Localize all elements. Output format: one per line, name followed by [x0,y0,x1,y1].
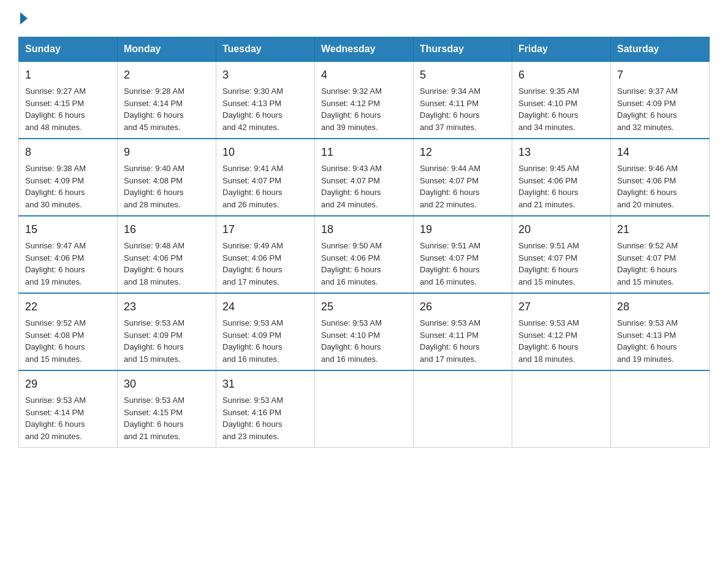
day-daylight: Daylight: 6 hours [518,110,578,120]
day-daylight-mins: and 18 minutes. [518,354,575,364]
day-sunset: Sunset: 4:11 PM [420,99,479,108]
table-row: 23 Sunrise: 9:53 AM Sunset: 4:09 PM Dayl… [118,293,216,370]
day-daylight: Daylight: 6 hours [222,188,282,197]
day-sunrise: Sunrise: 9:52 AM [25,318,86,327]
col-tuesday: Tuesday [216,37,315,62]
day-daylight: Daylight: 6 hours [617,342,677,351]
day-number: 11 [321,144,407,161]
day-daylight-mins: and 15 minutes. [518,277,575,286]
day-sunset: Sunset: 4:09 PM [124,331,183,340]
day-sunrise: Sunrise: 9:53 AM [124,318,184,327]
day-daylight: Daylight: 6 hours [617,110,677,120]
day-sunrise: Sunrise: 9:49 AM [222,241,283,250]
day-daylight: Daylight: 6 hours [518,342,578,351]
day-number: 24 [222,299,308,315]
day-sunset: Sunset: 4:07 PM [222,176,281,185]
day-sunrise: Sunrise: 9:48 AM [124,241,184,250]
col-friday: Friday [512,37,611,62]
day-number: 7 [617,67,703,83]
day-daylight-mins: and 15 minutes. [25,354,82,364]
day-number: 28 [617,299,703,315]
day-sunset: Sunset: 4:09 PM [25,176,84,185]
day-sunset: Sunset: 4:12 PM [321,99,380,108]
col-wednesday: Wednesday [315,37,414,62]
day-daylight-mins: and 48 minutes. [25,123,82,132]
day-sunrise: Sunrise: 9:50 AM [321,241,382,250]
day-sunrise: Sunrise: 9:53 AM [25,396,86,405]
table-row: 11 Sunrise: 9:43 AM Sunset: 4:07 PM Dayl… [315,139,414,216]
day-sunrise: Sunrise: 9:53 AM [321,318,382,327]
day-daylight-mins: and 39 minutes. [321,123,378,132]
day-sunset: Sunset: 4:09 PM [222,331,281,340]
day-number: 3 [222,67,308,83]
calendar-week-row: 1 Sunrise: 9:27 AM Sunset: 4:15 PM Dayli… [19,61,710,139]
table-row: 21 Sunrise: 9:52 AM Sunset: 4:07 PM Dayl… [611,216,710,293]
day-sunrise: Sunrise: 9:45 AM [518,164,579,173]
col-saturday: Saturday [611,37,710,62]
day-daylight-mins: and 20 minutes. [25,432,82,441]
table-row: 5 Sunrise: 9:34 AM Sunset: 4:11 PM Dayli… [414,61,512,139]
day-sunrise: Sunrise: 9:53 AM [617,318,678,327]
table-row: 16 Sunrise: 9:48 AM Sunset: 4:06 PM Dayl… [118,216,216,293]
table-row: 1 Sunrise: 9:27 AM Sunset: 4:15 PM Dayli… [19,61,118,139]
day-daylight: Daylight: 6 hours [222,265,282,274]
day-daylight: Daylight: 6 hours [25,110,85,120]
day-sunrise: Sunrise: 9:35 AM [518,86,579,96]
col-monday: Monday [118,37,216,62]
calendar-table: Sunday Monday Tuesday Wednesday Thursday… [18,37,710,448]
day-number: 30 [124,376,210,393]
day-sunrise: Sunrise: 9:46 AM [617,164,678,173]
table-row: 8 Sunrise: 9:38 AM Sunset: 4:09 PM Dayli… [19,139,118,216]
day-daylight-mins: and 16 minutes. [321,277,378,286]
day-number: 29 [25,376,111,393]
day-sunrise: Sunrise: 9:38 AM [25,164,86,173]
day-sunrise: Sunrise: 9:32 AM [321,86,382,96]
day-sunrise: Sunrise: 9:44 AM [420,164,480,173]
day-sunset: Sunset: 4:06 PM [222,253,281,262]
calendar-header-row: Sunday Monday Tuesday Wednesday Thursday… [19,37,710,62]
calendar-week-row: 29 Sunrise: 9:53 AM Sunset: 4:14 PM Dayl… [19,370,710,448]
day-number: 26 [420,299,506,315]
day-number: 1 [25,67,111,83]
day-sunset: Sunset: 4:07 PM [420,253,479,262]
day-daylight-mins: and 15 minutes. [617,277,674,286]
day-daylight-mins: and 30 minutes. [25,200,82,209]
day-sunrise: Sunrise: 9:41 AM [222,164,283,173]
day-daylight-mins: and 32 minutes. [617,123,674,132]
day-number: 6 [518,67,604,83]
day-sunrise: Sunrise: 9:53 AM [518,318,579,327]
day-sunset: Sunset: 4:07 PM [321,176,380,185]
day-daylight: Daylight: 6 hours [25,265,85,274]
day-number: 31 [222,376,308,393]
day-daylight-mins: and 24 minutes. [321,200,378,209]
day-number: 5 [420,67,506,83]
day-daylight-mins: and 21 minutes. [124,432,181,441]
table-row [315,370,414,448]
day-sunset: Sunset: 4:16 PM [222,408,281,417]
table-row [611,370,710,448]
table-row: 28 Sunrise: 9:53 AM Sunset: 4:13 PM Dayl… [611,293,710,370]
day-sunset: Sunset: 4:08 PM [124,176,183,185]
day-daylight-mins: and 45 minutes. [124,123,181,132]
table-row: 7 Sunrise: 9:37 AM Sunset: 4:09 PM Dayli… [611,61,710,139]
day-number: 25 [321,299,407,315]
day-sunrise: Sunrise: 9:53 AM [222,396,283,405]
day-sunset: Sunset: 4:13 PM [222,99,281,108]
day-sunset: Sunset: 4:10 PM [518,99,577,108]
calendar-week-row: 22 Sunrise: 9:52 AM Sunset: 4:08 PM Dayl… [19,293,710,370]
day-daylight: Daylight: 6 hours [420,342,480,351]
day-sunrise: Sunrise: 9:47 AM [25,241,86,250]
col-sunday: Sunday [19,37,118,62]
table-row: 6 Sunrise: 9:35 AM Sunset: 4:10 PM Dayli… [512,61,611,139]
day-daylight-mins: and 28 minutes. [124,200,181,209]
day-daylight: Daylight: 6 hours [321,342,381,351]
day-sunrise: Sunrise: 9:40 AM [124,164,184,173]
day-sunrise: Sunrise: 9:53 AM [124,396,184,405]
day-daylight: Daylight: 6 hours [321,110,381,120]
day-sunset: Sunset: 4:14 PM [124,99,183,108]
day-sunset: Sunset: 4:06 PM [321,253,380,262]
day-daylight: Daylight: 6 hours [617,188,677,197]
day-sunset: Sunset: 4:06 PM [124,253,183,262]
day-daylight: Daylight: 6 hours [222,110,282,120]
day-sunset: Sunset: 4:11 PM [420,331,479,340]
